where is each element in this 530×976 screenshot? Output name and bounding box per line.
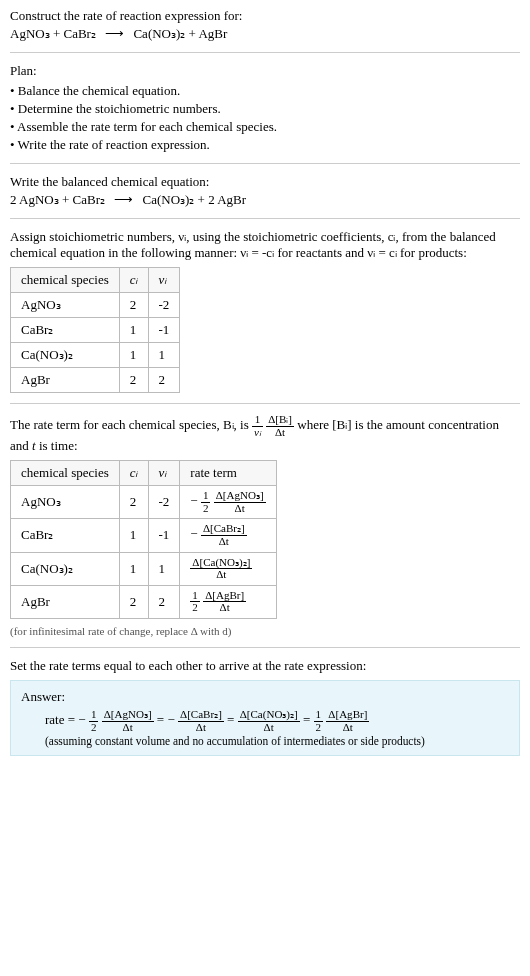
cell-species: AgNO₃ (11, 293, 120, 318)
rate-frac: Δ[Ca(NO₃)₂] Δt (190, 557, 252, 581)
cell-species: CaBr₂ (11, 318, 120, 343)
plan-item: Write the rate of reaction expression. (10, 137, 520, 153)
stoich-text: Assign stoichiometric numbers, νᵢ, using… (10, 229, 520, 261)
cell-v: 2 (148, 585, 180, 618)
cell-species: Ca(NO₃)₂ (11, 552, 120, 585)
frac-concentration: Δ[Bᵢ] Δt (266, 414, 294, 438)
rate-term-1: − 12 Δ[AgNO₃]Δt (78, 712, 157, 727)
table-row: Ca(NO₃)₂ 1 1 Δ[Ca(NO₃)₂] Δt (11, 552, 277, 585)
cell-species: AgBr (11, 368, 120, 393)
rate-word: rate = (45, 712, 78, 727)
rateterm-prefix: The rate term for each chemical species,… (10, 417, 252, 432)
rate-coef: 1 2 (190, 590, 200, 614)
cell-v: 2 (148, 368, 180, 393)
balanced-equation: 2 AgNO₃ + CaBr₂ ⟶ Ca(NO₃)₂ + 2 AgBr (10, 192, 520, 208)
equals: = (227, 712, 238, 727)
prompt-reactants: AgNO₃ + CaBr₂ (10, 26, 96, 41)
col-v: νᵢ (148, 461, 180, 486)
col-species: chemical species (11, 268, 120, 293)
balanced-section: Write the balanced chemical equation: 2 … (10, 174, 520, 208)
rateterm-suffix: is time: (39, 438, 78, 453)
cell-c: 1 (119, 552, 148, 585)
divider (10, 163, 520, 164)
divider (10, 403, 520, 404)
cell-c: 2 (119, 486, 148, 519)
cell-rate: − Δ[CaBr₂] Δt (180, 519, 276, 552)
table-row: CaBr₂ 1 -1 (11, 318, 180, 343)
col-species: chemical species (11, 461, 120, 486)
answer-note: (assuming constant volume and no accumul… (21, 735, 509, 747)
answer-label: Answer: (21, 689, 509, 705)
stoich-section: Assign stoichiometric numbers, νᵢ, using… (10, 229, 520, 393)
equals: = (157, 712, 168, 727)
rate-term-4: 12 Δ[AgBr]Δt (314, 712, 370, 727)
cell-c: 1 (119, 318, 148, 343)
cell-v: -2 (148, 293, 180, 318)
plan-item: Assemble the rate term for each chemical… (10, 119, 520, 135)
table-header-row: chemical species cᵢ νᵢ (11, 268, 180, 293)
cell-rate: 1 2 Δ[AgBr] Δt (180, 585, 276, 618)
col-c: cᵢ (119, 268, 148, 293)
cell-c: 2 (119, 293, 148, 318)
rate-sign: − (190, 526, 197, 541)
rateterm-t: t (32, 438, 36, 453)
cell-v: -1 (148, 519, 180, 552)
prompt-section: Construct the rate of reaction expressio… (10, 8, 520, 42)
rateterm-note: (for infinitesimal rate of change, repla… (10, 625, 520, 637)
prompt-title: Construct the rate of reaction expressio… (10, 8, 520, 24)
cell-v: 1 (148, 552, 180, 585)
rate-term-3: Δ[Ca(NO₃)₂]Δt (238, 712, 303, 727)
rateterm-section: The rate term for each chemical species,… (10, 414, 520, 637)
rate-frac: Δ[AgBr] Δt (203, 590, 246, 614)
answer-box: Answer: rate = − 12 Δ[AgNO₃]Δt = − Δ[CaB… (10, 680, 520, 756)
table-row: AgNO₃ 2 -2 (11, 293, 180, 318)
balanced-reactants: 2 AgNO₃ + CaBr₂ (10, 192, 105, 207)
cell-v: -1 (148, 318, 180, 343)
table-row: AgNO₃ 2 -2 − 1 2 Δ[AgNO₃] Δt (11, 486, 277, 519)
col-c: cᵢ (119, 461, 148, 486)
table-row: CaBr₂ 1 -1 − Δ[CaBr₂] Δt (11, 519, 277, 552)
balanced-heading: Write the balanced chemical equation: (10, 174, 520, 190)
divider (10, 647, 520, 648)
table-row: AgBr 2 2 1 2 Δ[AgBr] Δt (11, 585, 277, 618)
rate-sign: − (190, 493, 197, 508)
prompt-products: Ca(NO₃)₂ + AgBr (133, 26, 227, 41)
cell-c: 1 (119, 343, 148, 368)
table-row: AgBr 2 2 (11, 368, 180, 393)
rate-expression: rate = − 12 Δ[AgNO₃]Δt = − Δ[CaBr₂]Δt = … (21, 709, 509, 733)
cell-species: Ca(NO₃)₂ (11, 343, 120, 368)
rate-coef: 1 2 (201, 490, 211, 514)
final-section: Set the rate terms equal to each other t… (10, 658, 520, 756)
arrow-icon: ⟶ (114, 192, 133, 207)
rateterm-text: The rate term for each chemical species,… (10, 414, 520, 454)
cell-c: 2 (119, 368, 148, 393)
cell-v: -2 (148, 486, 180, 519)
plan-item: Balance the chemical equation. (10, 83, 520, 99)
cell-species: AgBr (11, 585, 120, 618)
cell-rate: Δ[Ca(NO₃)₂] Δt (180, 552, 276, 585)
divider (10, 52, 520, 53)
cell-species: AgNO₃ (11, 486, 120, 519)
final-heading: Set the rate terms equal to each other t… (10, 658, 520, 674)
table-header-row: chemical species cᵢ νᵢ rate term (11, 461, 277, 486)
rateterm-table: chemical species cᵢ νᵢ rate term AgNO₃ 2… (10, 460, 277, 619)
col-rate: rate term (180, 461, 276, 486)
cell-c: 2 (119, 585, 148, 618)
balanced-products: Ca(NO₃)₂ + 2 AgBr (142, 192, 246, 207)
cell-c: 1 (119, 519, 148, 552)
equals: = (303, 712, 314, 727)
divider (10, 218, 520, 219)
cell-rate: − 1 2 Δ[AgNO₃] Δt (180, 486, 276, 519)
rate-frac: Δ[CaBr₂] Δt (201, 523, 247, 547)
rate-frac: Δ[AgNO₃] Δt (214, 490, 266, 514)
plan-list: Balance the chemical equation. Determine… (10, 83, 520, 153)
plan-section: Plan: Balance the chemical equation. Det… (10, 63, 520, 153)
rate-term-2: − Δ[CaBr₂]Δt (167, 712, 227, 727)
arrow-icon: ⟶ (105, 26, 124, 41)
cell-species: CaBr₂ (11, 519, 120, 552)
cell-v: 1 (148, 343, 180, 368)
frac-one-over-v: 1 νᵢ (252, 414, 263, 438)
stoich-table: chemical species cᵢ νᵢ AgNO₃ 2 -2 CaBr₂ … (10, 267, 180, 393)
table-row: Ca(NO₃)₂ 1 1 (11, 343, 180, 368)
col-v: νᵢ (148, 268, 180, 293)
